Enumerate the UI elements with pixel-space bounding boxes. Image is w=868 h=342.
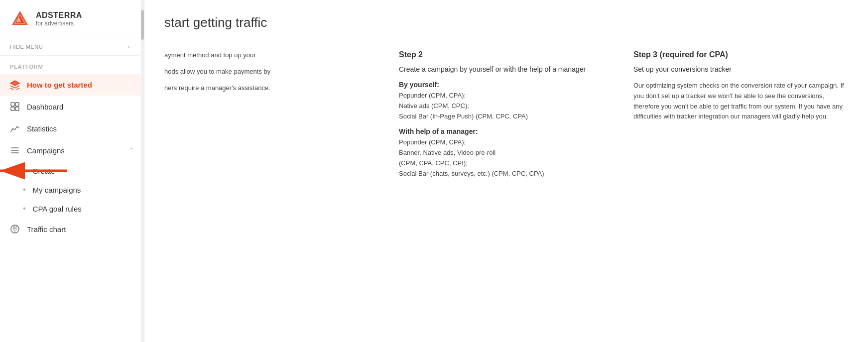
campaigns-icon: [10, 145, 20, 155]
main-content: start getting traffic ayment method and …: [144, 0, 868, 342]
sidebar-item-dashboard[interactable]: Dashboard: [0, 96, 144, 117]
logo-area: A ADSTERRA for advertisers: [0, 0, 144, 38]
step1-partial-text3: hers require a manager's assistance.: [164, 83, 379, 94]
graduation-icon: [10, 80, 20, 90]
step2-title: Step 2: [399, 50, 614, 59]
sidebar-scrollbar[interactable]: [141, 0, 144, 342]
dashboard-icon: [10, 102, 20, 112]
sidebar: A ADSTERRA for advertisers HIDE MENU ← P…: [0, 0, 144, 342]
step3-title: Step 3 (required for CPA): [633, 50, 848, 59]
step3-description: Our optimizing system checks on the conv…: [633, 81, 848, 122]
step2-by-yourself-text: Popunder (CPM, CPA); Native ads (CPM, CP…: [399, 91, 614, 121]
logo-name: ADSTERRA: [36, 11, 82, 20]
step1-partial-text1: ayment method and top up your: [164, 50, 379, 61]
page-title: start getting traffic: [164, 15, 848, 30]
platform-label: PLATFORM: [0, 56, 144, 74]
step2-column: Step 2 Create a campaign by yourself or …: [399, 50, 614, 185]
sidebar-item-campaigns[interactable]: Campaigns ⌃: [0, 139, 144, 161]
hide-menu-label: HIDE MENU: [10, 44, 43, 50]
campaigns-label: Campaigns: [27, 146, 122, 155]
logo-text: ADSTERRA for advertisers: [36, 11, 82, 27]
logo-subtitle: for advertisers: [36, 20, 82, 27]
sidebar-item-traffic-chart[interactable]: Traffic chart: [0, 218, 144, 240]
adsterra-logo-icon: A: [10, 9, 30, 29]
step2-with-manager-title: With help of a manager:: [399, 127, 614, 135]
campaigns-submenu: Create My campaigns CPA goal rules: [0, 161, 144, 218]
step1-column: ayment method and top up your hods allow…: [164, 50, 379, 185]
traffic-icon: [10, 224, 20, 234]
steps-container: ayment method and top up your hods allow…: [164, 50, 848, 185]
sidebar-subitem-create[interactable]: Create: [0, 161, 144, 180]
svg-marker-4: [10, 81, 19, 86]
svg-rect-5: [11, 103, 14, 106]
sidebar-item-statistics[interactable]: Statistics: [0, 117, 144, 139]
cpa-goal-rules-label: CPA goal rules: [33, 205, 82, 213]
campaigns-chevron-icon: ⌃: [129, 147, 134, 154]
svg-text:A: A: [17, 17, 21, 23]
step2-with-manager-text: Popunder (CPM, CPA); Banner, Native ads,…: [399, 137, 614, 179]
sidebar-subitem-my-campaigns[interactable]: My campaigns: [0, 180, 144, 199]
step3-subtitle: Set up your conversions tracker: [633, 64, 848, 75]
svg-rect-8: [15, 107, 19, 111]
sidebar-subitem-cpa-goal-rules[interactable]: CPA goal rules: [0, 199, 144, 218]
hide-menu-arrow-icon[interactable]: ←: [126, 42, 134, 51]
statistics-label: Statistics: [27, 124, 134, 133]
step2-subtitle: Create a campaign by yourself or with th…: [399, 64, 614, 75]
dashboard-label: Dashboard: [27, 103, 134, 111]
statistics-icon: [10, 123, 20, 133]
step3-column: Step 3 (required for CPA) Set up your co…: [633, 50, 848, 185]
traffic-chart-label: Traffic chart: [27, 225, 134, 233]
how-to-get-started-label: How to get started: [27, 81, 134, 89]
sidebar-item-how-to-get-started[interactable]: How to get started: [0, 74, 144, 96]
hide-menu-bar[interactable]: HIDE MENU ←: [0, 38, 144, 56]
svg-rect-7: [11, 107, 14, 111]
step2-by-yourself-title: By yourself:: [399, 81, 614, 89]
svg-rect-6: [15, 103, 19, 106]
create-label: Create: [33, 167, 55, 175]
step1-partial-text2: hods allow you to make payments by: [164, 67, 379, 77]
my-campaigns-label: My campaigns: [33, 186, 81, 194]
sidebar-scrollbar-thumb[interactable]: [141, 10, 144, 40]
